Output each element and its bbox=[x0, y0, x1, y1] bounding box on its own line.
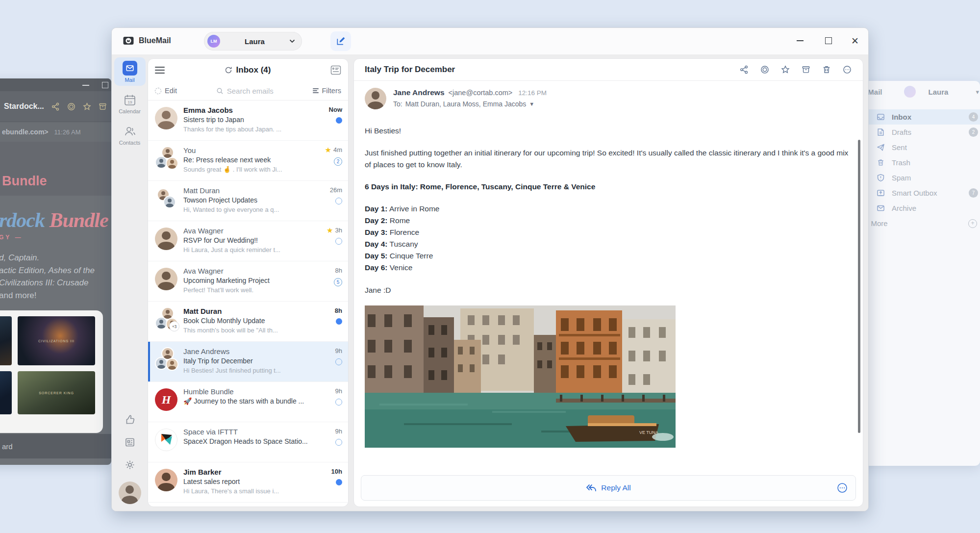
bg-footer-bar[interactable]: ard bbox=[0, 434, 111, 458]
email-list-item[interactable]: Space via IFTTTSpaceX Dragon Heads to Sp… bbox=[148, 422, 348, 462]
contacts-icon bbox=[123, 125, 137, 138]
unread-dot bbox=[336, 479, 342, 485]
itinerary-day: Day 6: Venice bbox=[365, 262, 852, 274]
rail-item-mail[interactable]: Mail bbox=[114, 57, 146, 86]
search-input[interactable]: Search emails bbox=[177, 87, 313, 95]
profile-avatar[interactable] bbox=[119, 482, 141, 504]
email-list-item[interactable]: Matt DuranTowson Project UpdatesHi, Want… bbox=[148, 181, 348, 221]
avatar bbox=[155, 469, 177, 491]
email-list-item[interactable]: Ava WagnerRSVP for Our Wedding!!Hi Laura… bbox=[148, 221, 348, 261]
menu-icon[interactable] bbox=[155, 67, 165, 74]
drafts-icon bbox=[877, 128, 885, 136]
scrollbar-thumb[interactable] bbox=[858, 140, 860, 433]
close-button[interactable]: ✕ bbox=[848, 34, 862, 48]
itinerary-day: Day 4: Tuscany bbox=[365, 238, 852, 250]
layout-toggle-icon[interactable] bbox=[330, 65, 341, 75]
email-list-item[interactable]: Ava WagnerUpcoming Marketing ProjectPerf… bbox=[148, 261, 348, 302]
nav-rail: Mail 19 Calendar Contacts bbox=[112, 54, 148, 511]
star-icon[interactable] bbox=[780, 65, 790, 75]
archive-icon bbox=[98, 102, 107, 111]
itinerary-day: Day 2: Rome bbox=[365, 215, 852, 227]
reply-all-icon bbox=[586, 484, 597, 492]
game-tile: SORCERER KING bbox=[18, 371, 95, 414]
settings-gear-icon[interactable] bbox=[124, 459, 136, 471]
itinerary-days: Day 1: Arrive in RomeDay 2: RomeDay 3: F… bbox=[365, 203, 852, 274]
bluemail-logo-icon bbox=[123, 35, 134, 47]
bg-action-icons[interactable] bbox=[51, 102, 111, 111]
recipients-line[interactable]: To: Matt Duran, Laura Moss, Emma Jacobs … bbox=[393, 100, 547, 108]
email-time: 12:16 PM bbox=[518, 89, 547, 97]
email-list-panel: Inbox (4) Edit Search emails bbox=[148, 58, 349, 507]
star-icon[interactable]: ★ bbox=[325, 146, 331, 153]
filters-icon bbox=[313, 88, 319, 93]
email-list-item[interactable]: HHumble Bundle🚀 Journey to the stars wit… bbox=[148, 382, 348, 422]
folder-badge: 7 bbox=[969, 188, 978, 198]
minimize-button[interactable] bbox=[793, 34, 807, 48]
inbox-icon bbox=[877, 113, 885, 121]
sent-icon bbox=[877, 143, 885, 152]
recipients: Matt Duran, Laura Moss, Emma Jacobs bbox=[405, 100, 527, 108]
email-list-item[interactable]: Jane AndrewsItaly Trip for DecemberHi Be… bbox=[148, 342, 348, 382]
reply-options-icon[interactable] bbox=[837, 482, 848, 493]
maximize-icon[interactable] bbox=[102, 82, 108, 88]
filters-button[interactable]: Filters bbox=[313, 87, 341, 95]
sender-email: <jane@cortab.com> bbox=[449, 89, 513, 97]
ifttt-space-logo bbox=[155, 429, 177, 451]
share-icon[interactable] bbox=[739, 65, 749, 75]
account-switcher[interactable]: LM Laura bbox=[204, 32, 302, 51]
rail-item-contacts[interactable]: Contacts bbox=[114, 121, 146, 149]
add-folder-icon[interactable]: + bbox=[968, 219, 977, 228]
reply-all-button[interactable]: Reply All bbox=[361, 475, 856, 501]
itinerary-day: Day 5: Cinque Terre bbox=[365, 250, 852, 262]
calendar-icon: 19 bbox=[123, 93, 137, 107]
email-list-item[interactable]: +3Matt DuranBook Club Monthly UpdateThis… bbox=[148, 302, 348, 342]
email-list-item[interactable]: YouRe: Press release next weekSounds gre… bbox=[148, 141, 348, 181]
read-toggle-icon[interactable] bbox=[335, 198, 342, 204]
app-brand-name: BlueMail bbox=[139, 36, 171, 45]
compose-button[interactable] bbox=[330, 31, 351, 51]
avatar bbox=[155, 268, 177, 290]
news-feed-icon[interactable] bbox=[124, 436, 136, 448]
trash-icon[interactable] bbox=[822, 65, 831, 75]
itinerary-heading: 6 Days in Italy: Rome, Florence, Tuscany… bbox=[365, 181, 852, 192]
thumbs-up-icon[interactable] bbox=[124, 414, 136, 426]
sender-avatar bbox=[365, 88, 386, 109]
app-brand: BlueMail bbox=[123, 35, 171, 47]
bluemail-main-window: BlueMail LM Laura ✕ Mail bbox=[111, 27, 869, 511]
read-toggle-icon[interactable] bbox=[335, 399, 342, 406]
greeting: Hi Besties! bbox=[365, 125, 852, 136]
chevron-down-icon[interactable]: ▼ bbox=[529, 101, 534, 107]
more-ellipsis-icon[interactable] bbox=[842, 65, 852, 75]
email-list-item[interactable]: Emma JacobsSisters trip to JapanThanks f… bbox=[148, 101, 348, 141]
read-toggle-icon[interactable] bbox=[335, 439, 342, 446]
folder-badge: 2 bbox=[969, 127, 978, 137]
rail-item-calendar[interactable]: 19 Calendar bbox=[114, 90, 146, 117]
mail-icon bbox=[123, 61, 137, 76]
chevron-down-icon[interactable]: ▾ bbox=[976, 88, 979, 96]
archive-icon[interactable] bbox=[801, 65, 811, 75]
background-window-stardock[interactable]: Stardock... ebundle.com> 11:26 AM Bundle… bbox=[0, 78, 111, 465]
svg-text:19: 19 bbox=[127, 100, 132, 104]
refresh-icon[interactable] bbox=[225, 66, 232, 74]
read-toggle-icon[interactable] bbox=[335, 238, 342, 245]
email-rows: Emma JacobsSisters trip to JapanThanks f… bbox=[148, 101, 348, 507]
folder-badge: 4 bbox=[969, 112, 978, 122]
share-icon bbox=[51, 102, 60, 111]
bg-sender-email: ebundle.com> bbox=[2, 128, 49, 136]
thread-count-badge: 2 bbox=[334, 157, 342, 166]
star-icon[interactable]: ★ bbox=[327, 227, 333, 234]
edit-button[interactable]: Edit bbox=[155, 87, 177, 95]
status-circle-icon[interactable] bbox=[760, 65, 770, 75]
game-tile: CIVILIZATIONS III bbox=[18, 316, 95, 365]
avatar bbox=[155, 107, 177, 129]
bg-account-name: Laura bbox=[929, 88, 949, 96]
compose-pencil-icon bbox=[336, 36, 346, 46]
thread-count-badge: 5 bbox=[334, 278, 342, 286]
email-list-item[interactable]: Jim BarkerLatest sales reportHi Laura, T… bbox=[148, 462, 348, 503]
minimize-icon[interactable] bbox=[82, 85, 89, 86]
group-avatar: +3 bbox=[155, 308, 177, 330]
desktop: Stardock... ebundle.com> 11:26 AM Bundle… bbox=[0, 0, 980, 533]
account-name: Laura bbox=[220, 37, 289, 46]
read-toggle-icon[interactable] bbox=[335, 358, 342, 365]
maximize-button[interactable] bbox=[822, 34, 835, 48]
